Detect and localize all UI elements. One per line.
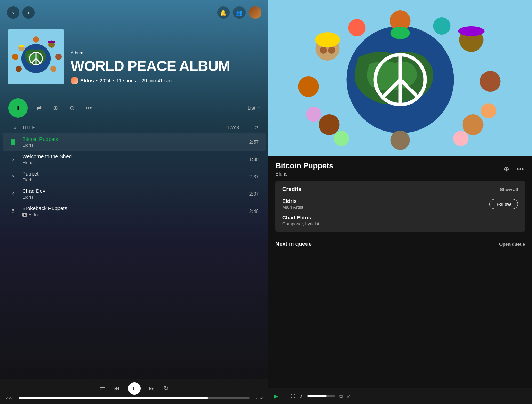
separator-dot-2: • [113,78,114,83]
track-info: Chad Dev Eldris [18,188,212,200]
shuffle-icon: ⇌ [36,104,42,112]
user-avatar[interactable] [249,6,261,19]
progress-fill [19,397,208,399]
credit-role: Main Artist [282,205,303,210]
song-more-options-button[interactable]: ••• [515,164,525,174]
svg-point-30 [298,76,319,97]
clock-icon: ⏱ [254,125,259,130]
song-info-text: Bitcoin Puppets Eldris [275,161,333,177]
header-title: Title [22,125,212,130]
track-duration: 2:57 [239,139,260,145]
track-row[interactable]: 2 Welcome to the Shed Eldris 1:38 [3,151,266,168]
svg-point-48 [453,131,469,146]
shuffle-player-button[interactable]: ⇌ [100,385,105,392]
svg-rect-9 [19,45,24,47]
album-header: Album WORLD PEACE ALBUM Eldris • 2024 • … [0,22,268,93]
album-art-large [268,0,532,156]
now-playing-view-button[interactable]: ▶ [274,393,278,399]
track-row[interactable]: ▐▌ Bitcoin Puppets Eldris 2:57 [3,133,266,151]
track-name: Brokeback Puppets [22,205,212,211]
add-button[interactable]: ⊕ [50,102,61,114]
credit-row: Eldris Main Artist Follow [282,198,518,210]
player-pause-icon: ⏸ [132,386,137,391]
track-artist: Eldris [22,143,212,148]
volume-fill [307,395,327,397]
friends-icon: 👥 [236,9,243,16]
credit-name: Chad Eldris [282,215,319,221]
header-duration: ⏱ [239,125,260,130]
volume-button[interactable]: ♪ [300,393,303,400]
download-button[interactable]: ⊙ [66,102,78,114]
ellipsis-icon: ••• [86,105,92,112]
track-artist: Eldris [22,177,212,182]
add-icon: ⊕ [53,104,58,112]
list-view-toggle[interactable]: List ≡ [248,105,260,111]
credits-title: Credits [282,186,301,192]
player-controls: ⇌ ⏮ ⏸ ⏭ ↻ [6,382,263,395]
notifications-button[interactable]: 🔔 [217,6,230,19]
track-num-col: 4 [8,191,18,197]
svg-point-24 [320,47,327,54]
player-bar: ⇌ ⏮ ⏸ ⏭ ↻ 2:27 2:57 [0,379,268,404]
progress-bar[interactable] [19,397,250,399]
track-row[interactable]: 3 Puppet Eldris 2:37 [3,168,266,185]
svg-point-45 [306,107,321,122]
open-queue-button[interactable]: Open queue [499,242,525,247]
friends-button[interactable]: 👥 [233,6,246,19]
track-row[interactable]: 4 Chad Dev Eldris 2:07 [3,185,266,203]
artist-avatar [71,77,78,84]
track-info: Puppet Eldris [18,171,212,182]
credit-row: Chad Eldris Composer, Lyricist [282,215,518,226]
track-name: Puppet [22,171,212,177]
device-picker-button[interactable]: ⬡ [290,392,296,400]
top-bar-right: 🔔 👥 [217,6,261,19]
volume-bar[interactable] [307,395,335,397]
back-button[interactable]: ‹ [7,6,19,19]
forward-button[interactable]: › [22,6,35,19]
track-name: Bitcoin Puppets [22,136,212,142]
now-playing-icon: ▶ [274,393,278,399]
track-artist: Eldris [22,195,212,200]
show-all-button[interactable]: Show all [500,187,518,192]
mini-player-button[interactable]: ⧉ [339,393,343,399]
track-artist: E Eldris [22,212,212,217]
song-artist: Eldris [275,171,333,177]
artist-name[interactable]: Eldris [80,78,94,83]
player-pause-button[interactable]: ⏸ [128,382,141,395]
song-count: 11 songs [116,78,136,83]
track-number: 5 [12,208,15,214]
album-year: 2024 [100,78,110,83]
track-row[interactable]: 5 Brokeback Puppets E Eldris 2:48 [3,203,266,220]
more-options-button[interactable]: ••• [83,102,94,114]
track-number: 3 [12,174,15,179]
track-num-col: 3 [8,174,18,179]
fullscreen-button[interactable]: ⤢ [347,393,351,399]
track-info: Bitcoin Puppets Eldris [18,136,212,148]
next-track-button[interactable]: ⏭ [149,385,155,392]
queue-view-button[interactable]: ≡ [282,393,286,400]
repeat-icon: ↻ [163,385,169,392]
prev-track-button[interactable]: ⏮ [114,385,120,392]
track-info: Brokeback Puppets E Eldris [18,205,212,217]
repeat-button[interactable]: ↻ [163,385,169,392]
shuffle-button[interactable]: ⇌ [33,102,44,114]
follow-button[interactable]: Follow [489,199,518,209]
download-icon: ⊙ [70,104,75,112]
credits-card: Credits Show all Eldris Main Artist Foll… [275,181,525,232]
svg-point-14 [55,54,62,60]
track-num-col: 2 [8,156,18,162]
right-panel: Bitcoin Puppets Eldris ⊕ ••• Credits Sho… [268,0,532,404]
album-info: Album WORLD PEACE ALBUM Eldris • 2024 • … [71,50,230,84]
explicit-badge: E [22,213,27,217]
volume-icon: ♪ [300,393,303,400]
add-to-library-button[interactable]: ⊕ [502,164,511,174]
list-icon: ≡ [257,105,260,111]
album-art-large-svg [268,0,532,156]
svg-point-43 [348,19,366,36]
header-num: # [8,125,22,130]
pause-button[interactable]: ⏸ [8,98,28,118]
queue-title: Next in queue [275,241,312,247]
track-number: 2 [12,156,15,162]
svg-point-39 [463,114,484,135]
svg-point-33 [480,71,501,92]
